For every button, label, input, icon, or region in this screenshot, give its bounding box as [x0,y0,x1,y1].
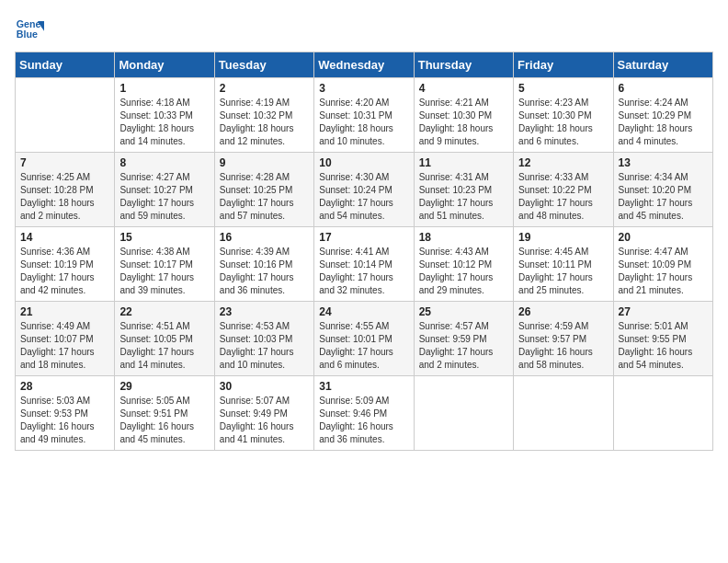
day-number: 25 [419,305,508,318]
logo: General Blue [15,15,48,44]
calendar-cell: 15Sunrise: 4:38 AMSunset: 10:17 PMDaylig… [115,227,214,302]
day-header-friday: Friday [514,52,613,78]
calendar-week-row: 14Sunrise: 4:36 AMSunset: 10:19 PMDaylig… [16,227,713,302]
calendar-cell: 6Sunrise: 4:24 AMSunset: 10:29 PMDayligh… [613,78,712,153]
calendar-cell: 1Sunrise: 4:18 AMSunset: 10:33 PMDayligh… [115,78,214,153]
calendar-cell: 9Sunrise: 4:28 AMSunset: 10:25 PMDayligh… [214,153,313,227]
day-number: 21 [20,305,109,318]
calendar-cell: 24Sunrise: 4:55 AMSunset: 10:01 PMDaylig… [314,302,414,376]
calendar-cell: 22Sunrise: 4:51 AMSunset: 10:05 PMDaylig… [115,302,214,376]
calendar-cell: 5Sunrise: 4:23 AMSunset: 10:30 PMDayligh… [514,78,613,153]
calendar-week-row: 21Sunrise: 4:49 AMSunset: 10:07 PMDaylig… [16,302,713,376]
calendar-cell: 27Sunrise: 5:01 AMSunset: 9:55 PMDayligh… [613,302,712,376]
day-header-wednesday: Wednesday [314,52,414,78]
day-info: Sunrise: 4:28 AMSunset: 10:25 PMDaylight… [220,171,309,223]
logo-icon: General Blue [15,15,44,44]
day-info: Sunrise: 4:34 AMSunset: 10:20 PMDaylight… [619,171,708,223]
day-number: 10 [319,156,408,169]
calendar-cell: 8Sunrise: 4:27 AMSunset: 10:27 PMDayligh… [115,153,214,227]
day-number: 17 [319,231,408,244]
day-info: Sunrise: 4:43 AMSunset: 10:12 PMDaylight… [419,246,508,297]
day-number: 3 [319,82,408,95]
day-info: Sunrise: 4:23 AMSunset: 10:30 PMDaylight… [518,97,608,148]
day-number: 2 [220,82,309,95]
day-number: 20 [619,231,708,244]
day-number: 27 [619,305,708,318]
day-info: Sunrise: 5:05 AMSunset: 9:51 PMDaylight:… [119,395,209,446]
day-number: 24 [319,305,408,318]
day-header-monday: Monday [115,52,214,78]
day-info: Sunrise: 4:19 AMSunset: 10:32 PMDaylight… [220,97,309,148]
day-number: 11 [419,156,508,169]
day-info: Sunrise: 4:51 AMSunset: 10:05 PMDaylight… [119,320,209,372]
day-number: 8 [119,156,209,169]
day-number: 18 [419,231,508,244]
calendar-cell: 25Sunrise: 4:57 AMSunset: 9:59 PMDayligh… [414,302,513,376]
day-info: Sunrise: 4:30 AMSunset: 10:24 PMDaylight… [319,171,408,223]
day-info: Sunrise: 4:47 AMSunset: 10:09 PMDaylight… [619,246,708,297]
day-info: Sunrise: 4:20 AMSunset: 10:31 PMDaylight… [319,97,408,148]
calendar-cell: 29Sunrise: 5:05 AMSunset: 9:51 PMDayligh… [115,376,214,451]
day-header-tuesday: Tuesday [214,52,313,78]
day-info: Sunrise: 4:49 AMSunset: 10:07 PMDaylight… [20,320,109,372]
calendar-cell: 16Sunrise: 4:39 AMSunset: 10:16 PMDaylig… [214,227,313,302]
day-info: Sunrise: 4:59 AMSunset: 9:57 PMDaylight:… [518,320,608,372]
day-number: 23 [220,305,309,318]
calendar-cell: 31Sunrise: 5:09 AMSunset: 9:46 PMDayligh… [314,376,414,451]
day-number: 16 [220,231,309,244]
calendar-cell: 13Sunrise: 4:34 AMSunset: 10:20 PMDaylig… [613,153,712,227]
day-info: Sunrise: 4:27 AMSunset: 10:27 PMDaylight… [119,171,209,223]
day-number: 14 [20,231,109,244]
calendar-week-row: 28Sunrise: 5:03 AMSunset: 9:53 PMDayligh… [16,376,713,451]
day-info: Sunrise: 4:33 AMSunset: 10:22 PMDaylight… [518,171,608,223]
day-info: Sunrise: 4:25 AMSunset: 10:28 PMDaylight… [20,171,109,223]
day-info: Sunrise: 4:55 AMSunset: 10:01 PMDaylight… [319,320,408,372]
calendar-week-row: 7Sunrise: 4:25 AMSunset: 10:28 PMDayligh… [16,153,713,227]
day-info: Sunrise: 5:03 AMSunset: 9:53 PMDaylight:… [20,395,109,446]
calendar-cell: 30Sunrise: 5:07 AMSunset: 9:49 PMDayligh… [214,376,313,451]
day-header-saturday: Saturday [613,52,712,78]
calendar-cell: 4Sunrise: 4:21 AMSunset: 10:30 PMDayligh… [414,78,513,153]
day-number: 5 [518,82,608,95]
day-number: 13 [619,156,708,169]
day-number: 30 [220,380,309,393]
day-info: Sunrise: 5:07 AMSunset: 9:49 PMDaylight:… [220,395,309,446]
day-number: 7 [20,156,109,169]
day-number: 4 [419,82,508,95]
day-number: 29 [119,380,209,393]
calendar-cell: 10Sunrise: 4:30 AMSunset: 10:24 PMDaylig… [314,153,414,227]
page-header: General Blue [15,15,713,44]
calendar-cell: 2Sunrise: 4:19 AMSunset: 10:32 PMDayligh… [214,78,313,153]
day-number: 6 [619,82,708,95]
calendar-cell: 20Sunrise: 4:47 AMSunset: 10:09 PMDaylig… [613,227,712,302]
calendar-cell: 17Sunrise: 4:41 AMSunset: 10:14 PMDaylig… [314,227,414,302]
day-number: 31 [319,380,408,393]
day-info: Sunrise: 4:36 AMSunset: 10:19 PMDaylight… [20,246,109,297]
calendar-cell: 7Sunrise: 4:25 AMSunset: 10:28 PMDayligh… [16,153,115,227]
day-info: Sunrise: 4:31 AMSunset: 10:23 PMDaylight… [419,171,508,223]
calendar-table: SundayMondayTuesdayWednesdayThursdayFrid… [15,52,713,451]
day-number: 26 [518,305,608,318]
day-number: 1 [119,82,209,95]
svg-text:Blue: Blue [17,29,38,40]
day-number: 22 [119,305,209,318]
day-info: Sunrise: 4:24 AMSunset: 10:29 PMDaylight… [619,97,708,148]
calendar-cell: 23Sunrise: 4:53 AMSunset: 10:03 PMDaylig… [214,302,313,376]
day-info: Sunrise: 4:18 AMSunset: 10:33 PMDaylight… [119,97,209,148]
calendar-cell: 18Sunrise: 4:43 AMSunset: 10:12 PMDaylig… [414,227,513,302]
calendar-cell: 26Sunrise: 4:59 AMSunset: 9:57 PMDayligh… [514,302,613,376]
day-info: Sunrise: 5:01 AMSunset: 9:55 PMDaylight:… [619,320,708,372]
day-info: Sunrise: 5:09 AMSunset: 9:46 PMDaylight:… [319,395,408,446]
calendar-cell: 21Sunrise: 4:49 AMSunset: 10:07 PMDaylig… [16,302,115,376]
day-number: 28 [20,380,109,393]
calendar-cell: 12Sunrise: 4:33 AMSunset: 10:22 PMDaylig… [514,153,613,227]
day-number: 19 [518,231,608,244]
calendar-cell: 28Sunrise: 5:03 AMSunset: 9:53 PMDayligh… [16,376,115,451]
day-number: 12 [518,156,608,169]
day-info: Sunrise: 4:53 AMSunset: 10:03 PMDaylight… [220,320,309,372]
day-info: Sunrise: 4:57 AMSunset: 9:59 PMDaylight:… [419,320,508,372]
calendar-cell: 14Sunrise: 4:36 AMSunset: 10:19 PMDaylig… [16,227,115,302]
calendar-cell [514,376,613,451]
day-number: 9 [220,156,309,169]
day-number: 15 [119,231,209,244]
